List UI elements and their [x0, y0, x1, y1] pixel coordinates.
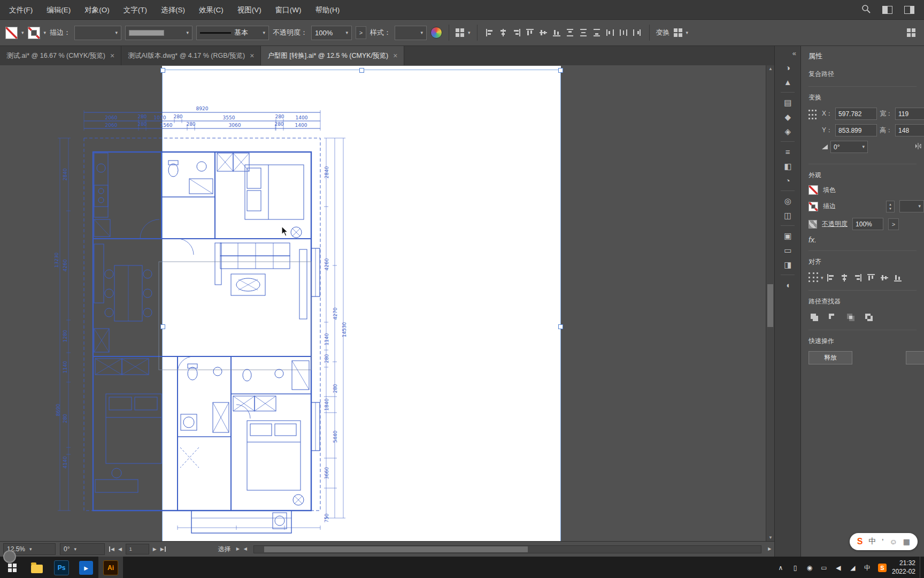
rotate-angle-dropdown[interactable]: 0°▾	[830, 141, 868, 153]
fill-color-swatch[interactable]	[5, 27, 18, 39]
fill-swatch[interactable]	[808, 185, 818, 195]
align-to-chevron-icon[interactable]: ▾	[821, 276, 823, 280]
menu-object[interactable]: 对象(O)	[78, 1, 117, 19]
symbols-icon[interactable]: ◈	[780, 124, 796, 139]
sogou-logo-icon[interactable]: S	[857, 537, 863, 546]
effects-button[interactable]: fx.	[808, 235, 817, 244]
chinese-mode-icon[interactable]: 中	[868, 537, 876, 546]
volume-icon[interactable]: ◀	[835, 564, 842, 572]
floating-widget[interactable]	[3, 550, 16, 563]
brushes-icon[interactable]: ◆	[780, 110, 796, 124]
selection-handle-middle-right[interactable]	[558, 324, 563, 329]
stroke-weight-dropdown[interactable]: ▾	[74, 26, 121, 40]
canvas[interactable]: 8920206028010702803550280140020602801560…	[0, 65, 774, 541]
color-panel-icon[interactable]: ◑	[780, 60, 796, 75]
vertical-scrollbar-thumb[interactable]	[767, 284, 773, 327]
taskbar-clock[interactable]: 21:32 2022-02	[892, 559, 920, 576]
artboard-number-field[interactable]: 1	[126, 544, 149, 554]
stroke-weight-stepper[interactable]: ▴▾	[886, 201, 895, 212]
scroll-up-icon[interactable]: ▲	[766, 66, 774, 71]
emoji-icon[interactable]: ☺	[889, 537, 897, 546]
battery-icon[interactable]: ▭	[820, 564, 828, 572]
align-middle-v-icon[interactable]	[537, 27, 549, 39]
intersect-icon[interactable]	[845, 311, 857, 323]
previous-artboard-icon[interactable]: ◀	[118, 546, 122, 552]
last-artboard-icon[interactable]: ▶	[160, 546, 166, 552]
chrome-icon[interactable]: ◉	[806, 564, 813, 572]
tab-document-2[interactable]: 测试AI版本.dwg* @ 4.17 % (RGB/预览) ×	[121, 46, 261, 65]
align-bottom-icon[interactable]	[551, 27, 563, 39]
align-top-icon[interactable]	[524, 27, 536, 39]
asset-export-icon[interactable]: ◨	[780, 257, 796, 272]
chevron-up-icon[interactable]: ∧	[777, 564, 784, 572]
show-desktop-button[interactable]	[920, 557, 924, 578]
expand-panels-icon[interactable]: «	[792, 48, 800, 60]
opacity-link[interactable]: 不透明度	[822, 219, 848, 229]
selection-handle-middle-left[interactable]	[160, 324, 165, 329]
search-icon[interactable]	[861, 4, 871, 15]
align-center-h-icon[interactable]	[497, 27, 509, 39]
tab-document-1[interactable]: 测试.ai* @ 16.67 % (CMYK/预览) ×	[0, 46, 121, 65]
scroll-left-icon[interactable]: ◀	[244, 547, 247, 551]
artboards-icon[interactable]: ▭	[780, 243, 796, 257]
punctuation-icon[interactable]: ’	[882, 537, 883, 546]
selection-handle-top-left[interactable]	[160, 68, 165, 73]
stroke-icon[interactable]: ≡	[780, 144, 796, 159]
taskbar-photoshop[interactable]: Ps	[49, 557, 74, 578]
align-to-selector[interactable]	[808, 272, 819, 283]
scroll-down-icon[interactable]: ▼	[766, 535, 774, 540]
ime-toolbar[interactable]: S中’☺▦	[850, 533, 918, 550]
stroke-swatch[interactable]	[808, 202, 818, 211]
taskbar-media-player[interactable]: ▶	[74, 557, 98, 578]
align-middle-v-icon[interactable]	[879, 272, 890, 284]
rotation-dropdown[interactable]: 0°▾	[60, 543, 105, 555]
release-button[interactable]: 释放	[808, 351, 852, 364]
align-right-icon[interactable]	[852, 272, 864, 284]
appearance-icon[interactable]: ◎	[780, 194, 796, 208]
quick-action-more-button[interactable]	[906, 351, 924, 364]
minus-front-icon[interactable]	[827, 311, 838, 323]
opacity-panel-button[interactable]: >	[356, 26, 366, 39]
flip-horizontal-icon[interactable]	[913, 142, 923, 151]
graphic-styles-icon[interactable]: ◫	[780, 208, 796, 223]
opacity-select[interactable]: 100%	[852, 218, 883, 230]
taskbar-illustrator[interactable]: Ai	[98, 557, 123, 578]
menu-help[interactable]: 帮助(H)	[308, 1, 346, 19]
status-menu-icon[interactable]: ▶	[236, 547, 240, 551]
gradient-icon[interactable]: ◧	[780, 159, 796, 173]
first-artboard-icon[interactable]: ◀	[109, 546, 114, 552]
ime-lang-icon[interactable]: 中	[864, 564, 871, 573]
network-icon[interactable]: ◢	[849, 564, 857, 572]
workspace-switcher-icon[interactable]	[904, 6, 914, 14]
stroke-weight-select[interactable]: ▾	[899, 200, 924, 212]
dist-v-bottom-icon[interactable]	[591, 27, 603, 39]
dist-h-right-icon[interactable]	[631, 27, 643, 39]
horizontal-scrollbar-thumb[interactable]	[264, 546, 528, 552]
tab-close-icon[interactable]: ×	[250, 51, 254, 60]
dist-v-top-icon[interactable]	[564, 27, 576, 39]
stroke-profile-dropdown[interactable]: 基本 ▾	[196, 26, 269, 40]
width-input[interactable]: 119	[895, 108, 924, 120]
floor-plan-drawing[interactable]: 8920206028010702803550280140020602801560…	[55, 105, 352, 539]
tab-document-3-active[interactable]: 户型图 [转换].ai* @ 12.5 % (CMYK/预览) ×	[261, 46, 404, 65]
tab-close-icon[interactable]: ×	[393, 51, 397, 60]
fill-chevron-icon[interactable]: ▾	[21, 31, 24, 35]
selection-handle-top-right[interactable]	[558, 68, 563, 73]
transparency-icon[interactable]: ◔	[780, 173, 796, 188]
control-panel-options-icon[interactable]	[907, 28, 915, 37]
menu-type[interactable]: 文字(T)	[117, 1, 154, 19]
arrange-grid-icon[interactable]	[456, 28, 464, 37]
stroke-chevron-icon[interactable]: ▾	[44, 31, 47, 35]
comments-icon[interactable]: ◖	[780, 278, 796, 292]
dist-h-center-icon[interactable]	[618, 27, 629, 39]
menu-file[interactable]: 文件(F)	[2, 1, 40, 19]
align-left-icon[interactable]	[825, 272, 837, 284]
exclude-icon[interactable]	[863, 311, 875, 323]
x-input[interactable]: 597.782	[835, 108, 877, 120]
menu-edit[interactable]: 编辑(E)	[40, 1, 78, 19]
brush-definition-dropdown[interactable]: ▾	[125, 26, 192, 40]
taskbar-file-explorer[interactable]	[25, 557, 49, 578]
menu-view[interactable]: 视图(V)	[230, 1, 268, 19]
vertical-scrollbar[interactable]: ▲ ▼	[766, 65, 774, 541]
arrange-grid-chevron-icon[interactable]: ▾	[468, 31, 471, 35]
